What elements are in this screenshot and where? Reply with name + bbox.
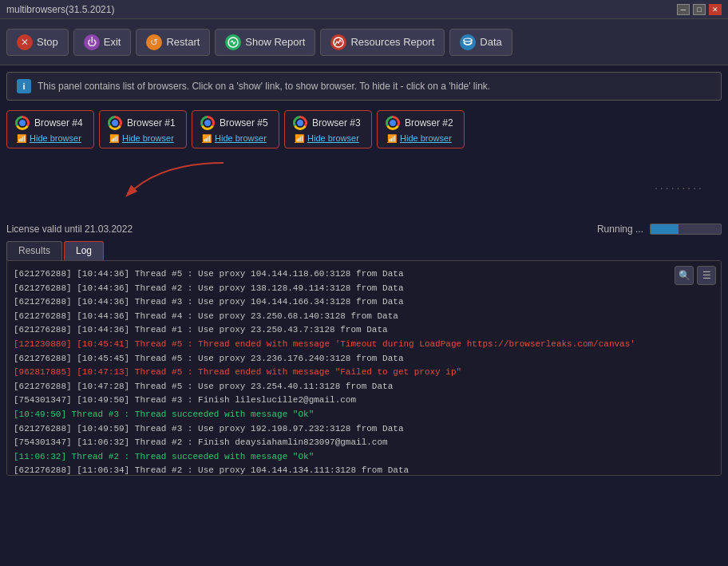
minimize-button[interactable]: ─ <box>677 4 690 15</box>
titlebar: multibrowsers(31.5.2021) ─ □ ✕ <box>0 0 728 19</box>
arrow-area: ......... <box>0 155 728 219</box>
toolbar: ✕ Stop ⏻ Exit ↺ Restart Show Report Reso… <box>0 19 728 65</box>
show-report-button[interactable]: Show Report <box>215 29 315 56</box>
chrome-icon <box>200 116 215 130</box>
stop-button[interactable]: ✕ Stop <box>6 29 69 56</box>
info-panel: i This panel contains list of browsers. … <box>6 72 722 101</box>
info-text: This panel contains list of browsers. Cl… <box>38 81 490 92</box>
close-button[interactable]: ✕ <box>709 4 722 15</box>
report-icon <box>225 34 241 50</box>
info-icon: i <box>17 79 31 93</box>
resources-icon <box>330 34 346 50</box>
log-content: [621276288] [10:44:36] Thread #5 : Use p… <box>7 261 721 476</box>
progress-fill <box>651 224 679 234</box>
log-line: [754301347] [11:06:32] Thread #2 : Finis… <box>14 436 714 450</box>
browser-name: Browser #2 <box>405 117 453 129</box>
browser-name: Browser #4 <box>34 117 83 129</box>
license-text: License valid until 21.03.2022 <box>6 224 133 235</box>
browser-name: Browser #1 <box>127 117 176 129</box>
hide-browser-3-link[interactable]: 📶 Hide browser <box>293 133 363 143</box>
restart-button[interactable]: ↺ Restart <box>136 29 210 56</box>
log-line: [621276288] [10:44:36] Thread #1 : Use p… <box>14 323 714 338</box>
log-line: [621276288] [10:44:36] Thread #5 : Use p… <box>14 267 714 282</box>
log-line: [621276288] [10:44:36] Thread #3 : Use p… <box>14 295 714 310</box>
resources-report-button[interactable]: Resources Report <box>320 29 445 56</box>
log-line: [621276288] [10:45:45] Thread #5 : Use p… <box>14 352 714 366</box>
exit-icon: ⏻ <box>84 34 100 50</box>
data-icon <box>460 34 476 50</box>
log-toolbar: 🔍 ☰ <box>675 266 716 285</box>
log-line: [754301347] [10:49:50] Thread #3 : Finis… <box>14 394 714 408</box>
running-text: Running ... <box>597 224 643 235</box>
data-button[interactable]: Data <box>449 29 512 56</box>
log-line: [621276288] [11:06:34] Thread #2 : Use p… <box>14 464 714 476</box>
menu-icon: ☰ <box>702 270 711 281</box>
tabs: Results Log <box>6 241 728 260</box>
wifi-icon: 📶 <box>387 134 397 143</box>
titlebar-title: multibrowsers(31.5.2021) <box>6 4 114 15</box>
wifi-icon: 📶 <box>109 134 119 143</box>
browsers-panel: Browser #4 📶 Hide browser Browser #1 📶 H… <box>0 107 728 155</box>
log-line: [121230880] [10:45:41] Thread #5 : Threa… <box>14 338 714 352</box>
chrome-icon <box>108 116 122 130</box>
dotted-decoration: ......... <box>655 179 704 192</box>
browser-name: Browser #5 <box>220 117 268 129</box>
log-line: [621276288] [10:49:59] Thread #3 : Use p… <box>14 422 714 437</box>
maximize-button[interactable]: □ <box>693 4 706 15</box>
chrome-icon <box>386 116 400 130</box>
hide-browser-5-link[interactable]: 📶 Hide browser <box>200 133 271 143</box>
stop-icon: ✕ <box>17 34 33 50</box>
status-bar: License valid until 21.03.2022 Running .… <box>0 222 728 236</box>
log-line: [621276288] [10:47:28] Thread #5 : Use p… <box>14 380 714 394</box>
browser-card-4[interactable]: Browser #4 📶 Hide browser <box>6 110 94 148</box>
log-container[interactable]: [621276288] [10:44:36] Thread #5 : Use p… <box>6 260 722 476</box>
browser-card-1[interactable]: Browser #1 📶 Hide browser <box>99 110 187 148</box>
log-search-button[interactable]: 🔍 <box>675 266 694 285</box>
svg-point-2 <box>464 38 472 42</box>
tab-log[interactable]: Log <box>64 241 104 260</box>
browser-name: Browser #3 <box>312 117 361 129</box>
search-icon: 🔍 <box>679 270 690 281</box>
browser-card-2[interactable]: Browser #2 📶 Hide browser <box>377 110 465 148</box>
restart-icon: ↺ <box>146 34 162 50</box>
chrome-icon <box>293 116 307 130</box>
progress-bar <box>650 224 722 235</box>
titlebar-controls: ─ □ ✕ <box>677 4 722 15</box>
exit-button[interactable]: ⏻ Exit <box>73 29 132 56</box>
chrome-icon <box>15 116 30 130</box>
wifi-icon: 📶 <box>202 134 212 143</box>
tab-results[interactable]: Results <box>6 241 62 260</box>
hide-browser-4-link[interactable]: 📶 Hide browser <box>15 133 85 143</box>
log-line: [621276288] [10:44:36] Thread #4 : Use p… <box>14 310 714 324</box>
running-area: Running ... <box>597 224 722 235</box>
wifi-icon: 📶 <box>295 134 304 143</box>
log-menu-button[interactable]: ☰ <box>697 266 716 285</box>
log-line: [11:06:32] Thread #2 : Thread succeeded … <box>14 450 714 465</box>
wifi-icon: 📶 <box>17 134 26 143</box>
arrow-decoration <box>112 155 271 211</box>
browser-card-3[interactable]: Browser #3 📶 Hide browser <box>284 110 372 148</box>
hide-browser-1-link[interactable]: 📶 Hide browser <box>108 133 178 143</box>
log-line: [621276288] [10:44:36] Thread #2 : Use p… <box>14 282 714 296</box>
browser-card-5[interactable]: Browser #5 📶 Hide browser <box>192 110 279 148</box>
log-line: [962817885] [10:47:13] Thread #5 : Threa… <box>14 366 714 380</box>
log-line: [10:49:50] Thread #3 : Thread succeeded … <box>14 408 714 422</box>
hide-browser-2-link[interactable]: 📶 Hide browser <box>386 133 456 143</box>
